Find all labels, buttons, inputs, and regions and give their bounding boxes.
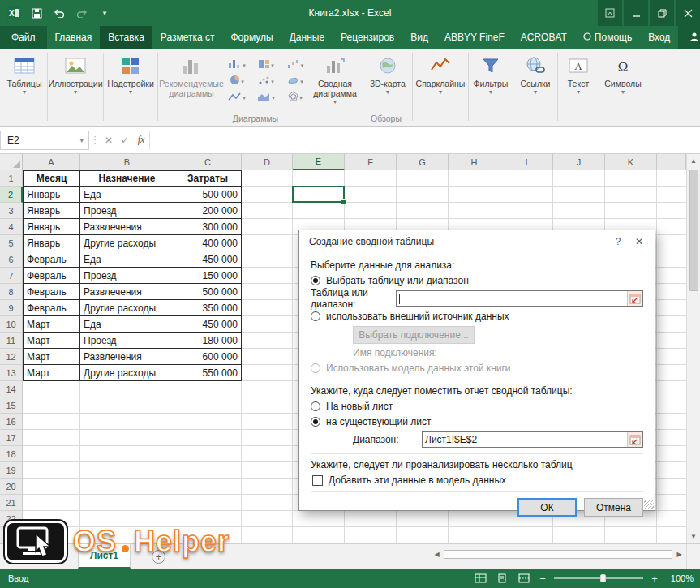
column-header-H[interactable]: H — [449, 154, 500, 170]
tab-formulas[interactable]: Формулы — [223, 26, 281, 49]
tab-abbyy[interactable]: ABBYY FineF — [436, 26, 513, 49]
cell-E2[interactable] — [293, 187, 345, 203]
radio-external-source[interactable] — [311, 311, 320, 321]
cell-H3[interactable] — [449, 203, 500, 219]
cell-B12[interactable]: Развлечения — [80, 349, 174, 365]
cell-B19[interactable] — [80, 462, 174, 479]
cell-D21[interactable] — [242, 495, 293, 511]
scroll-down-icon[interactable]: ▼ — [687, 530, 700, 543]
cell-K23[interactable] — [605, 527, 657, 543]
restore-icon[interactable] — [650, 0, 674, 26]
cell-D23[interactable] — [242, 527, 293, 543]
dialog-help-icon[interactable]: ? — [608, 234, 629, 250]
waterfall-chart-button[interactable] — [281, 56, 309, 71]
zoom-out-icon[interactable]: − — [539, 573, 547, 585]
cell-C21[interactable] — [174, 495, 242, 511]
cell-C1[interactable]: Затраты — [174, 170, 242, 187]
tab-view[interactable]: Вид — [402, 26, 436, 49]
cell-E1[interactable] — [293, 170, 345, 187]
cell-B7[interactable]: Проезд — [80, 268, 174, 284]
new-sheet-button[interactable] — [152, 550, 165, 564]
cell-D10[interactable] — [242, 316, 293, 333]
cell-G1[interactable] — [397, 170, 449, 187]
cell-B10[interactable]: Еда — [80, 316, 174, 333]
tab-data[interactable]: Данные — [281, 26, 333, 49]
share-button[interactable]: Общий доступ — [678, 26, 700, 49]
cell-B20[interactable] — [80, 479, 174, 495]
cell-G3[interactable] — [397, 203, 449, 219]
cell-B8[interactable]: Развлечения — [80, 284, 174, 300]
cell-B17[interactable] — [80, 430, 174, 446]
select-all-corner[interactable] — [0, 154, 23, 170]
cell-F1[interactable] — [345, 170, 397, 187]
links-button[interactable]: Ссылки — [515, 51, 556, 114]
cell-I2[interactable] — [500, 187, 553, 203]
save-icon[interactable] — [29, 6, 44, 20]
tab-review[interactable]: Рецензиров — [333, 26, 402, 49]
area-chart-button[interactable] — [252, 88, 280, 104]
cell-C15[interactable] — [174, 397, 242, 414]
cell-A7[interactable]: Февраль — [23, 268, 80, 284]
page-layout-view-icon[interactable] — [495, 572, 509, 585]
cell-J1[interactable] — [553, 170, 605, 187]
cell-A10[interactable]: Март — [23, 316, 80, 333]
cell-B3[interactable]: Проезд — [80, 203, 174, 219]
row-header-22[interactable]: 22 — [0, 511, 23, 527]
column-header-I[interactable]: I — [500, 154, 553, 170]
cell-F23[interactable] — [345, 527, 397, 543]
illustrations-button[interactable]: Иллюстрации — [49, 51, 101, 114]
cell-D12[interactable] — [242, 349, 293, 365]
row-header-15[interactable]: 15 — [0, 397, 23, 414]
cell-C19[interactable] — [174, 462, 242, 479]
cell-D1[interactable] — [242, 170, 293, 187]
cell-C10[interactable]: 450 000 — [174, 316, 242, 333]
column-header-A[interactable]: A — [23, 154, 80, 170]
addins-button[interactable]: Надстройки — [105, 51, 156, 114]
page-break-view-icon[interactable] — [517, 572, 531, 585]
pivot-chart-button[interactable]: Сводная диаграмма — [309, 51, 361, 114]
cell-C20[interactable] — [174, 479, 242, 495]
cell-B14[interactable] — [80, 381, 174, 397]
row-header-19[interactable]: 19 — [0, 462, 23, 479]
column-header-F[interactable]: F — [345, 154, 397, 170]
cell-A14[interactable] — [23, 381, 80, 397]
cell-B21[interactable] — [80, 495, 174, 511]
vertical-scroll-thumb[interactable] — [689, 170, 698, 291]
cell-K3[interactable] — [605, 203, 657, 219]
cell-C5[interactable]: 400 000 — [174, 235, 242, 251]
cell-A16[interactable] — [23, 414, 80, 430]
column-header-G[interactable]: G — [397, 154, 449, 170]
range-picker-icon[interactable] — [627, 291, 642, 306]
tab-home[interactable]: Главная — [47, 26, 101, 49]
row-header-7[interactable]: 7 — [0, 268, 23, 284]
zoom-level[interactable]: 100% — [666, 573, 694, 583]
cell-B18[interactable] — [80, 446, 174, 462]
tab-acrobat[interactable]: ACROBAT — [513, 26, 575, 49]
insert-function-icon[interactable]: fx — [133, 134, 149, 146]
cell-B13[interactable]: Другие расходы — [80, 365, 174, 381]
cell-B4[interactable]: Развлечения — [80, 219, 174, 235]
cell-K2[interactable] — [605, 187, 657, 203]
horizontal-scroll-thumb[interactable] — [444, 550, 672, 559]
sparklines-button[interactable]: Спарклайны — [414, 51, 466, 114]
redo-icon[interactable] — [75, 6, 89, 20]
tables-button[interactable]: Таблицы — [3, 51, 45, 114]
cell-B6[interactable]: Еда — [80, 251, 174, 268]
tab-insert[interactable]: Вставка — [100, 26, 152, 49]
cell-G2[interactable] — [397, 187, 449, 203]
row-header-4[interactable]: 4 — [0, 219, 23, 235]
dialog-close-icon[interactable]: ✕ — [629, 234, 650, 250]
cell-D17[interactable] — [242, 430, 293, 446]
row-header-17[interactable]: 17 — [0, 430, 23, 446]
scatter-chart-button[interactable] — [252, 72, 280, 88]
cell-I3[interactable] — [500, 203, 553, 219]
line-chart-button[interactable] — [223, 88, 251, 104]
row-header-3[interactable]: 3 — [0, 203, 23, 219]
cell-A23[interactable] — [23, 527, 80, 543]
ok-button[interactable]: ОК — [517, 498, 577, 517]
tab-help[interactable]: Помощь — [575, 26, 640, 49]
cell-A20[interactable] — [23, 479, 80, 495]
cell-D2[interactable] — [242, 187, 293, 203]
cell-C11[interactable]: 180 000 — [174, 333, 242, 349]
cell-B11[interactable]: Проезд — [80, 333, 174, 349]
